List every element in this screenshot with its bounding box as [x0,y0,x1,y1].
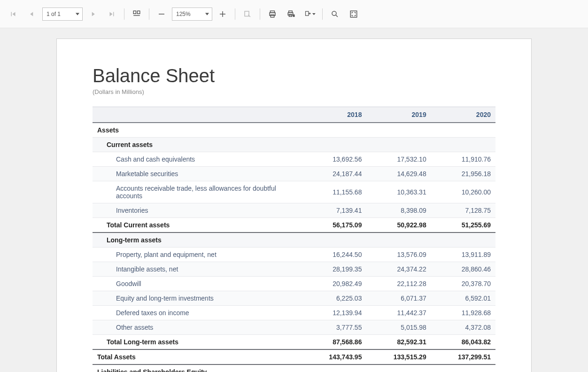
subsection-long-term-assets: Long-term assets [93,232,495,248]
page-selector-text: 1 of 1 [46,11,61,17]
last-page-icon [108,10,116,18]
total-current-assets: Total Current assets 56,175.09 50,922.98… [93,218,495,233]
zoom-selector[interactable]: 125% [172,8,212,21]
report-page: Balance Sheet (Dollars in Millions) 2018… [56,39,532,372]
year-col-1: 2019 [366,107,431,123]
print-button[interactable] [264,6,281,23]
table-row: Accounts receivable trade, less allowanc… [93,181,495,203]
page-title: Balance Sheet [93,65,495,86]
svg-rect-14 [306,11,309,16]
print-icon [268,10,277,18]
table-row: Equity and long-term investments 6,225.0… [93,291,495,306]
separator [322,8,323,20]
svg-rect-16 [350,11,357,17]
first-page-icon [9,10,17,18]
svg-rect-5 [222,11,223,17]
fullscreen-button[interactable] [345,6,362,23]
plus-icon [218,10,227,18]
next-page-button[interactable] [85,6,101,23]
chevron-left-icon [28,10,36,18]
svg-point-15 [332,11,336,16]
svg-rect-13 [293,14,295,16]
page-layout-icon [132,10,141,18]
table-row: Other assets 3,777.55 5,015.98 4,372.08 [93,320,495,335]
year-col-2: 2020 [431,107,495,123]
svg-rect-0 [133,11,136,14]
section-liabilities: Liabilities and Shareholders Equity [93,364,495,372]
table-row: Marketable securities 24,187.44 14,629.4… [93,167,495,181]
page-subtitle: (Dollars in Millions) [93,88,495,95]
page-layout-button[interactable] [128,6,145,23]
page-selector[interactable]: 1 of 1 [42,8,83,21]
total-assets: Total Assets 143,743.95 133,515.29 137,2… [93,349,495,364]
chevron-down-icon [205,13,209,15]
balance-sheet-table: 2018 2019 2020 Assets Current assets Cas… [93,107,495,372]
prev-page-button[interactable] [23,6,40,23]
table-row: Defered taxes on income 12,139.94 11,442… [93,306,495,320]
table-row: Intangible assets, net 28,199.35 24,374.… [93,262,495,277]
table-row: Property, plant and equipment, net 16,24… [93,248,495,262]
separator [235,8,235,20]
svg-rect-6 [245,11,249,16]
svg-rect-1 [138,11,140,14]
last-page-button[interactable] [103,6,120,23]
highlight-editing-button[interactable] [239,6,256,23]
separator [260,8,260,20]
table-row: Inventories 7,139.41 8,398.09 7,128.75 [93,203,495,218]
search-button[interactable] [326,6,343,23]
toolbar: 1 of 1 125% [0,0,588,28]
chevron-right-icon [89,10,97,18]
search-icon [331,10,339,18]
viewport[interactable]: Balance Sheet (Dollars in Millions) 2018… [0,28,588,372]
separator [149,8,149,20]
svg-rect-2 [133,15,140,16]
minus-icon [157,10,166,18]
total-long-term-assets: Total Long-term assets 87,568.86 82,592.… [93,335,495,350]
export-button[interactable] [302,6,318,23]
chevron-down-icon [312,12,316,16]
print-page-icon [287,10,295,18]
zoom-in-button[interactable] [214,6,231,23]
separator [124,8,124,20]
table-row: Cash and cash equivalents 13,692.56 17,5… [93,152,495,167]
table-header-row: 2018 2019 2020 [93,107,495,123]
first-page-button[interactable] [5,6,22,23]
zoom-out-button[interactable] [153,6,170,23]
fullscreen-icon [349,10,358,18]
zoom-selector-text: 125% [176,11,191,17]
svg-rect-3 [159,14,164,15]
table-row: Goodwill 20,982.49 22,112.28 20,378.70 [93,277,495,291]
chevron-down-icon [76,13,79,15]
export-icon [304,10,311,18]
section-assets: Assets [93,123,495,138]
year-col-0: 2018 [302,107,366,123]
subsection-current-assets: Current assets [93,138,495,152]
highlight-icon [243,10,252,18]
print-page-button[interactable] [283,6,300,23]
